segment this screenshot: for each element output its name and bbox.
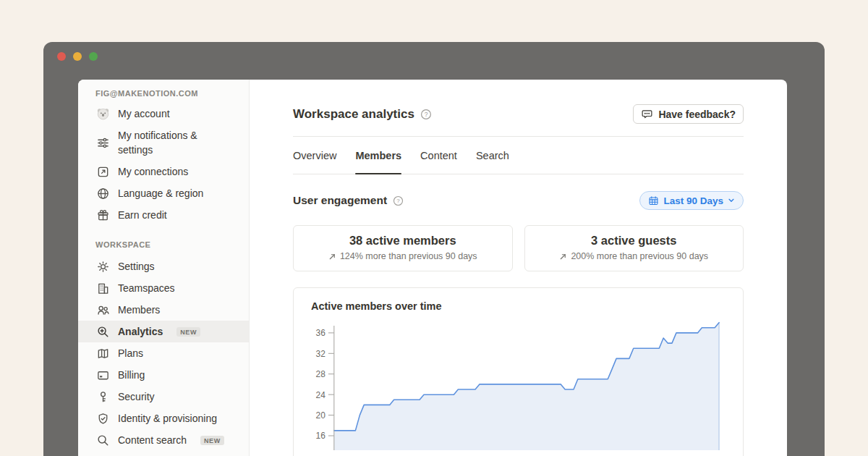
sidebar-item-label: My notifications & settings [118,128,228,157]
close-window-button[interactable] [57,52,66,61]
page-background: { "colors": { "page_background": "#f7f1e… [0,0,868,456]
sidebar-item-my-account[interactable]: My account [78,103,249,124]
app-window: FIG@MAKENOTION.COM My account My notific… [43,42,825,456]
stat-delta: 200% more than previous 90 days [525,251,744,261]
settings-sidebar: FIG@MAKENOTION.COM My account My notific… [78,80,250,456]
svg-text:20: 20 [316,410,326,421]
tab-overview[interactable]: Overview [293,137,336,174]
sidebar-item-label: Plans [118,347,143,359]
magnifier-plus-icon [95,324,110,339]
trend-up-icon [328,253,336,261]
page-title: Workspace analytics [293,107,414,122]
sidebar-item-label: Language & region [118,187,203,199]
section-title-row: User engagement ? [293,194,404,207]
tab-members[interactable]: Members [355,137,401,174]
page-title-row: Workspace analytics ? [293,107,432,122]
chart-title: Active members over time [311,300,726,312]
tab-content[interactable]: Content [420,137,457,174]
stat-value: 38 active members [294,234,512,248]
analytics-main-content: Workspace analytics ? Have feedback? Ove… [250,80,787,456]
stat-delta-text: 124% more than previous 90 days [340,251,477,261]
trend-up-icon [559,253,567,261]
main-header: Workspace analytics ? Have feedback? [293,104,744,124]
section-title: User engagement [293,194,387,207]
calendar-icon [648,195,659,206]
sidebar-item-members[interactable]: Members [78,299,249,321]
sidebar-item-label: My account [118,108,170,119]
sidebar-item-notifications-settings[interactable]: My notifications & settings [78,124,249,161]
active-members-stat-card: 38 active members 124% more than previou… [293,225,513,271]
sidebar-item-earn-credit[interactable]: Earn credit [78,204,249,226]
globe-icon [95,186,110,200]
svg-text:32: 32 [316,349,326,359]
map-icon [95,346,110,360]
new-badge: NEW [176,327,200,337]
active-members-chart-card: Active members over time 162024283236 [293,287,744,456]
user-engagement-header: User engagement ? Last 90 Days [293,191,744,210]
tab-search[interactable]: Search [476,137,509,174]
svg-text:36: 36 [316,328,326,338]
sidebar-item-label: Settings [118,261,155,272]
sidebar-item-content-search[interactable]: Content search NEW [78,429,249,451]
sidebar-item-label: Earn credit [118,209,167,221]
sidebar-item-analytics[interactable]: Analytics NEW [78,321,249,342]
gear-icon [95,259,110,274]
window-controls [57,52,98,61]
sidebar-item-label: Analytics [118,326,163,337]
date-range-filter-button[interactable]: Last 90 Days [639,191,744,210]
sidebar-item-my-connections[interactable]: My connections [78,161,249,182]
stat-delta-text: 200% more than previous 90 days [571,251,708,261]
account-email-heading: FIG@MAKENOTION.COM [78,87,249,100]
help-icon[interactable]: ? [393,195,404,206]
key-icon [95,389,110,404]
sidebar-item-label: My connections [118,166,188,177]
credit-card-icon [95,368,110,382]
sidebar-item-language-region[interactable]: Language & region [78,182,249,204]
new-badge: NEW [200,436,224,445]
svg-text:?: ? [425,111,428,118]
zoom-window-button[interactable] [89,52,98,61]
date-range-label: Last 90 Days [663,195,723,206]
active-guests-stat-card: 3 active guests 200% more than previous … [524,225,744,271]
analytics-tabs: Overview Members Content Search [293,137,744,174]
external-link-icon [95,164,110,179]
settings-panel: FIG@MAKENOTION.COM My account My notific… [78,80,787,456]
shield-check-icon [95,411,110,426]
sidebar-item-label: Identity & provisioning [118,413,217,424]
sidebar-item-settings[interactable]: Settings [78,256,249,277]
sidebar-item-label: Billing [118,369,145,381]
svg-text:?: ? [396,198,400,204]
minimize-window-button[interactable] [73,52,82,61]
people-icon [95,303,110,317]
svg-text:24: 24 [316,390,326,400]
chevron-down-icon [728,197,735,204]
sidebar-item-label: Members [118,304,160,316]
help-icon[interactable]: ? [420,109,432,120]
building-icon [95,281,110,295]
have-feedback-label: Have feedback? [658,109,736,120]
sidebar-item-plans[interactable]: Plans [78,342,249,364]
sidebar-item-billing[interactable]: Billing [78,364,249,386]
stat-cards-row: 38 active members 124% more than previou… [293,225,744,271]
koala-avatar-icon [95,106,110,121]
magnifier-icon [95,433,110,447]
gift-icon [95,208,110,222]
workspace-section-heading: WORKSPACE [78,238,249,251]
sidebar-item-security[interactable]: Security [78,386,249,408]
sidebar-item-identity-provisioning[interactable]: Identity & provisioning [78,408,249,429]
have-feedback-button[interactable]: Have feedback? [633,104,744,124]
sliders-icon [95,135,110,150]
stat-delta: 124% more than previous 90 days [294,251,512,261]
sidebar-item-label: Content search [118,434,187,446]
stat-value: 3 active guests [525,234,744,248]
active-members-area-chart: 162024283236 [311,321,726,450]
svg-text:16: 16 [316,431,326,441]
speech-bubble-icon [641,108,653,120]
sidebar-item-label: Security [118,391,155,402]
sidebar-item-label: Teamspaces [118,282,175,294]
sidebar-item-teamspaces[interactable]: Teamspaces [78,277,249,299]
svg-text:28: 28 [316,369,326,379]
